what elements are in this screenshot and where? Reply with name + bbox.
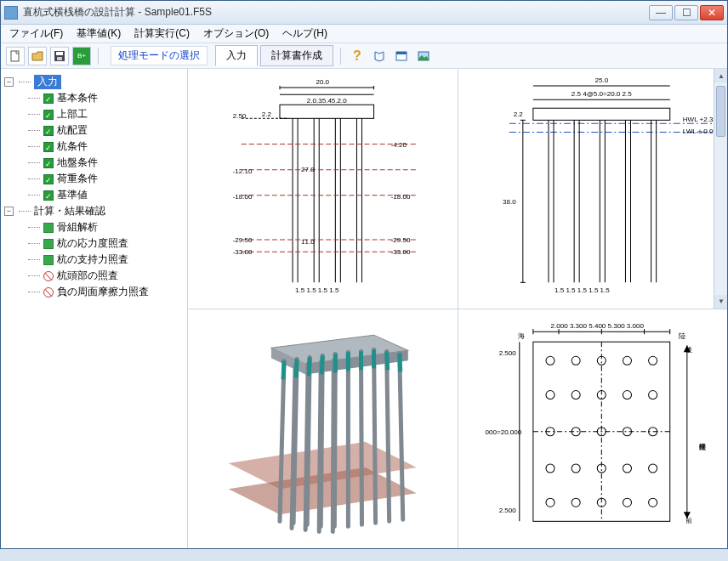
- svg-text:000=20.000: 000=20.000: [485, 428, 521, 435]
- svg-text:-18.00: -18.00: [233, 193, 253, 201]
- svg-text:2.5  4@5.0=20.0  2.5: 2.5 4@5.0=20.0 2.5: [571, 90, 631, 98]
- svg-text:25.0: 25.0: [594, 76, 608, 84]
- tree-root-results[interactable]: −計算・結果確認: [4, 203, 184, 219]
- tree-item[interactable]: 基準値: [28, 187, 184, 203]
- tree-item[interactable]: 杭条件: [28, 139, 184, 155]
- maximize-button[interactable]: ☐: [674, 5, 698, 20]
- tree-item[interactable]: 荷重条件: [28, 171, 184, 187]
- tree-item[interactable]: 負の周面摩擦力照査: [28, 284, 184, 300]
- svg-text:11.0: 11.0: [301, 238, 315, 246]
- svg-text:38.0: 38.0: [503, 198, 516, 206]
- svg-rect-3: [57, 57, 62, 60]
- svg-line-82: [305, 364, 308, 530]
- svg-text:2.0.35.45.2.0: 2.0.35.45.2.0: [307, 97, 347, 105]
- menu-help[interactable]: ヘルプ(H): [277, 25, 333, 42]
- pane-elevation-2[interactable]: 25.0 2.5 4@5.0=20.0 2.5 2.2 HWL +2.36 LW…: [458, 69, 728, 309]
- svg-text:前: 前: [685, 517, 691, 524]
- scroll-thumb[interactable]: [716, 86, 725, 137]
- svg-text:法線平行: 法線平行: [699, 442, 707, 450]
- svg-line-93: [387, 351, 388, 370]
- svg-rect-45: [532, 108, 669, 120]
- tree-item[interactable]: 杭の応力度照査: [28, 235, 184, 252]
- tree-item[interactable]: 杭の支持力照査: [28, 252, 184, 268]
- svg-rect-2: [56, 52, 63, 55]
- title-bar: 直杭式横桟橋の設計計算 - Sample01.F5S — ☐ ✕: [1, 1, 727, 25]
- svg-point-118: [545, 390, 554, 399]
- svg-text:-33.00: -33.00: [233, 248, 253, 256]
- tool-window-button[interactable]: [392, 47, 411, 65]
- minimize-button[interactable]: —: [649, 5, 673, 20]
- svg-line-85: [283, 360, 284, 379]
- svg-point-121: [623, 390, 631, 399]
- tree-item[interactable]: 杭頭部の照査: [28, 268, 184, 284]
- app-window: 直杭式横桟橋の設計計算 - Sample01.F5S — ☐ ✕ ファイル(F)…: [0, 0, 728, 549]
- tab-report[interactable]: 計算書作成: [260, 45, 333, 66]
- window-title: 直杭式横桟橋の設計計算 - Sample01.F5S: [23, 5, 649, 20]
- scrollbar-vertical[interactable]: ▲ ▼: [714, 69, 727, 309]
- svg-text:2.2: 2.2: [262, 110, 272, 118]
- export-button[interactable]: B+: [72, 47, 91, 65]
- tree-item[interactable]: 杭配置: [28, 122, 184, 139]
- svg-text:20.0: 20.0: [316, 78, 329, 86]
- svg-text:2.2: 2.2: [513, 110, 523, 118]
- svg-point-128: [545, 463, 554, 472]
- close-button[interactable]: ✕: [700, 5, 724, 20]
- tree-item[interactable]: 骨組解析: [28, 219, 184, 235]
- svg-point-122: [648, 390, 657, 399]
- mode-label: 処理モードの選択: [111, 46, 208, 65]
- svg-rect-5: [396, 52, 407, 54]
- svg-text:-12.10: -12.10: [233, 167, 253, 175]
- svg-point-117: [648, 356, 657, 365]
- pane-3d[interactable]: [188, 309, 458, 549]
- svg-rect-0: [11, 51, 19, 61]
- help-button[interactable]: ?: [348, 47, 367, 65]
- svg-text:1.5 1.5 1.5 1.5: 1.5 1.5 1.5 1.5: [295, 286, 339, 294]
- scroll-up[interactable]: ▲: [714, 69, 727, 82]
- svg-text:HWL +2.36: HWL +2.36: [682, 116, 717, 123]
- open-button[interactable]: [28, 47, 47, 65]
- tree-item[interactable]: 地盤条件: [28, 155, 184, 171]
- svg-text:-4.20: -4.20: [391, 141, 407, 149]
- svg-text:-29.50: -29.50: [233, 236, 253, 244]
- menu-bar: ファイル(F) 基準値(K) 計算実行(C) オプション(O) ヘルプ(H): [1, 25, 727, 43]
- svg-text:2.50: 2.50: [233, 112, 247, 120]
- svg-line-83: [319, 362, 321, 531]
- svg-text:-29.50: -29.50: [391, 236, 411, 244]
- svg-line-86: [296, 359, 297, 377]
- svg-text:LWL ± 0.00: LWL ± 0.00: [682, 128, 717, 135]
- svg-point-119: [572, 390, 580, 399]
- svg-point-131: [623, 463, 631, 472]
- menu-calc[interactable]: 計算実行(C): [129, 25, 195, 42]
- tree-root-input[interactable]: −入力: [4, 74, 184, 90]
- view-grid: 20.0 2.0.35.45.2.0 2.50 2.2: [188, 69, 727, 548]
- save-button[interactable]: [50, 47, 69, 65]
- new-button[interactable]: [6, 47, 25, 65]
- tree-item[interactable]: 基本条件: [28, 90, 184, 106]
- tree-item[interactable]: 上部工: [28, 106, 184, 122]
- tool-book-button[interactable]: [370, 47, 389, 65]
- tool-picture-button[interactable]: [414, 47, 433, 65]
- svg-point-137: [648, 498, 657, 507]
- svg-text:2.500: 2.500: [498, 507, 516, 514]
- svg-point-133: [545, 498, 554, 507]
- svg-text:2.000 3.300  5.400  5.300 3.00: 2.000 3.300 5.400 5.300 3.000: [550, 322, 644, 330]
- svg-line-78: [374, 349, 376, 523]
- svg-line-84: [333, 360, 333, 531]
- menu-file[interactable]: ファイル(F): [4, 25, 68, 42]
- svg-text:陸: 陸: [678, 332, 685, 340]
- tab-input[interactable]: 入力: [215, 45, 258, 66]
- svg-line-79: [387, 351, 390, 521]
- pane-plan[interactable]: 2.000 3.300 5.400 5.300 3.000 海 陸 後 前 法線…: [458, 309, 728, 549]
- menu-option[interactable]: オプション(O): [198, 25, 274, 42]
- svg-rect-11: [280, 105, 374, 118]
- content-area: −入力 基本条件 上部工 杭配置 杭条件 地盤条件 荷重条件 基準値 −計算・結…: [1, 69, 727, 548]
- svg-point-113: [545, 356, 554, 365]
- svg-point-129: [572, 463, 580, 472]
- svg-point-132: [648, 463, 657, 472]
- tree-panel[interactable]: −入力 基本条件 上部工 杭配置 杭条件 地盤条件 荷重条件 基準値 −計算・結…: [1, 69, 188, 548]
- scroll-down[interactable]: ▼: [714, 295, 727, 309]
- svg-text:-33.00: -33.00: [391, 248, 411, 256]
- pane-elevation-1[interactable]: 20.0 2.0.35.45.2.0 2.50 2.2: [188, 69, 458, 309]
- svg-line-88: [321, 355, 322, 374]
- menu-kijun[interactable]: 基準値(K): [71, 25, 126, 42]
